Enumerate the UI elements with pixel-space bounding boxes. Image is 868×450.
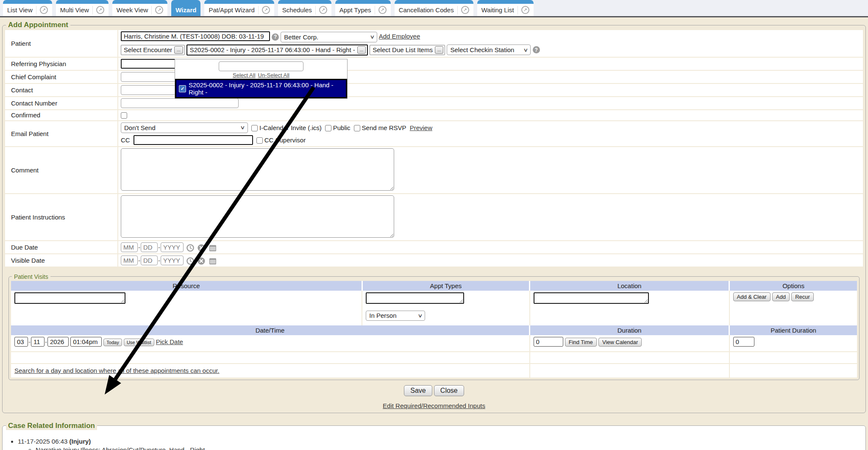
view-calendar-button[interactable]: View Calendar bbox=[598, 338, 642, 347]
tab-pat-appt-wizard[interactable]: Pat/Appt Wizard↗ bbox=[204, 0, 274, 16]
referring-physician-input[interactable] bbox=[121, 59, 184, 69]
tab-appt-types[interactable]: Appt Types↗ bbox=[335, 0, 391, 16]
calendar-icon[interactable] bbox=[209, 257, 217, 265]
field-row-visible-date: Visible Date -- bbox=[5, 254, 863, 267]
add-and-clear-button[interactable]: Add & Clear bbox=[733, 292, 771, 301]
appt-types-input[interactable] bbox=[366, 292, 464, 304]
form-actions: Save Close bbox=[5, 385, 863, 396]
select-encounter-box[interactable]: Select Encounter... bbox=[121, 45, 185, 55]
popout-icon[interactable]: ↗ bbox=[96, 6, 104, 14]
visible-date-day-input[interactable] bbox=[141, 256, 158, 265]
popout-icon[interactable]: ↗ bbox=[461, 6, 469, 14]
cc-supervisor-option[interactable]: CC Supervisor bbox=[256, 136, 306, 144]
select-encounter-browse-button[interactable]: ... bbox=[174, 46, 183, 54]
recur-button[interactable]: Recur bbox=[791, 292, 814, 301]
clear-icon[interactable] bbox=[197, 244, 206, 252]
field-row-patient: Patient ? Better Corp.∨ Add Employee Sel… bbox=[5, 30, 863, 57]
popout-icon[interactable]: ↗ bbox=[521, 6, 529, 14]
rsvp-option[interactable]: Send me RSVP bbox=[354, 124, 406, 131]
confirmed-checkbox[interactable] bbox=[121, 112, 127, 119]
patient-instructions-textarea[interactable] bbox=[121, 195, 394, 238]
due-date-month-input[interactable] bbox=[121, 242, 138, 252]
save-button[interactable]: Save bbox=[404, 385, 432, 396]
tab-divider bbox=[517, 6, 518, 14]
checkin-help-icon[interactable]: ? bbox=[533, 46, 540, 53]
tab-cap bbox=[477, 0, 534, 4]
email-send-select[interactable]: Don't Send∨ bbox=[121, 122, 248, 133]
checked-checkbox-icon[interactable]: ✓ bbox=[179, 85, 186, 92]
options-header: Options bbox=[729, 281, 857, 291]
due-date-day-input[interactable] bbox=[141, 242, 158, 252]
cc-label: CC bbox=[121, 136, 130, 144]
due-list-browse-button[interactable]: ... bbox=[435, 46, 443, 54]
ical-invite-option[interactable]: I-Calendar Invite (.ics) bbox=[251, 124, 322, 131]
resource-input[interactable] bbox=[14, 292, 125, 304]
appt-mode-select[interactable]: In Person∨ bbox=[366, 311, 425, 321]
tab-week-view[interactable]: Week View↗ bbox=[112, 0, 167, 16]
patient-name-input[interactable] bbox=[121, 31, 270, 41]
case-detail-item: Narrative Injury Illness: Abrasion/Cut/P… bbox=[36, 446, 863, 450]
edit-required-inputs-link[interactable]: Edit Required/Recommended Inputs bbox=[383, 402, 485, 409]
encounter-value-box[interactable]: S2025-0002 - Injury - 2025-11-17 06:43:0… bbox=[186, 44, 368, 56]
case-entry-date: 11-17-2025 06:43 bbox=[18, 438, 67, 445]
calendar-icon[interactable] bbox=[209, 244, 217, 252]
public-checkbox[interactable] bbox=[325, 125, 331, 131]
due-list-box[interactable]: Select Due List Items... bbox=[370, 45, 445, 55]
popout-icon[interactable]: ↗ bbox=[155, 6, 163, 14]
contact-number-input[interactable] bbox=[121, 98, 239, 108]
tab-list-view[interactable]: List View↗ bbox=[3, 0, 52, 16]
visible-date-month-input[interactable] bbox=[121, 256, 138, 265]
patient-help-icon[interactable]: ? bbox=[272, 33, 279, 41]
checkin-station-select[interactable]: Select Checkin Station∨ bbox=[447, 44, 531, 55]
use-waitlist-button[interactable]: Use Waitlist bbox=[124, 339, 154, 346]
field-row-chief-complaint: Chief Complaint bbox=[5, 70, 863, 83]
encounter-search-input[interactable] bbox=[219, 61, 303, 71]
tab-waiting-list[interactable]: Waiting List↗ bbox=[477, 0, 534, 16]
pick-date-link[interactable]: Pick Date bbox=[156, 338, 183, 345]
tab-multi-view[interactable]: Multi View↗ bbox=[56, 0, 108, 16]
preview-link[interactable]: Preview bbox=[410, 124, 432, 131]
company-select[interactable]: Better Corp.∨ bbox=[281, 32, 377, 42]
ical-invite-checkbox[interactable] bbox=[251, 125, 258, 131]
appt-types-header: Appt Types bbox=[362, 281, 529, 291]
tab-cap bbox=[171, 0, 200, 4]
popout-icon[interactable]: ↗ bbox=[40, 6, 48, 14]
location-input[interactable] bbox=[534, 292, 649, 304]
tab-divider bbox=[375, 6, 375, 14]
tab-divider bbox=[315, 6, 316, 14]
visit-year-input[interactable] bbox=[47, 337, 69, 347]
find-time-button[interactable]: Find Time bbox=[565, 338, 597, 347]
clock-icon[interactable] bbox=[186, 257, 195, 265]
case-detail-list: Narrative Injury Illness: Abrasion/Cut/P… bbox=[36, 446, 863, 450]
visit-day-input[interactable] bbox=[31, 337, 45, 347]
cc-input[interactable] bbox=[134, 135, 253, 145]
encounter-browse-button[interactable]: ... bbox=[357, 46, 366, 54]
popout-icon[interactable]: ↗ bbox=[262, 6, 270, 14]
select-all-link[interactable]: Select All bbox=[233, 72, 255, 78]
tab-schedules[interactable]: Schedules↗ bbox=[278, 0, 331, 16]
tab-cancellation-codes[interactable]: Cancellation Codes↗ bbox=[395, 0, 473, 16]
clock-icon[interactable] bbox=[186, 244, 195, 252]
add-button[interactable]: Add bbox=[772, 292, 790, 301]
due-date-year-input[interactable] bbox=[161, 242, 184, 252]
duration-input[interactable] bbox=[534, 337, 563, 347]
encounter-dropdown-item[interactable]: ✓ S2025-0002 - Injury - 2025-11-17 06:43… bbox=[175, 79, 347, 98]
close-button[interactable]: Close bbox=[434, 385, 464, 396]
public-option[interactable]: Public bbox=[325, 124, 351, 131]
unselect-all-link[interactable]: Un-Select All bbox=[258, 72, 289, 78]
today-button[interactable]: Today bbox=[103, 339, 122, 346]
cc-supervisor-checkbox[interactable] bbox=[256, 137, 263, 144]
popout-icon[interactable]: ↗ bbox=[319, 6, 327, 14]
patient-duration-input[interactable] bbox=[733, 337, 754, 347]
comment-textarea[interactable] bbox=[121, 148, 394, 191]
popout-icon[interactable]: ↗ bbox=[378, 6, 387, 14]
chevron-down-icon: ∨ bbox=[417, 313, 423, 319]
add-employee-link[interactable]: Add Employee bbox=[379, 33, 420, 40]
tab-wizard[interactable]: Wizard bbox=[171, 0, 200, 16]
search-day-location-link[interactable]: Search for a day and location where all … bbox=[14, 367, 220, 374]
rsvp-checkbox[interactable] bbox=[354, 125, 360, 131]
visible-date-year-input[interactable] bbox=[161, 256, 184, 265]
clear-icon[interactable] bbox=[197, 257, 206, 265]
visit-time-input[interactable] bbox=[70, 337, 102, 347]
visit-month-input[interactable] bbox=[14, 337, 28, 347]
